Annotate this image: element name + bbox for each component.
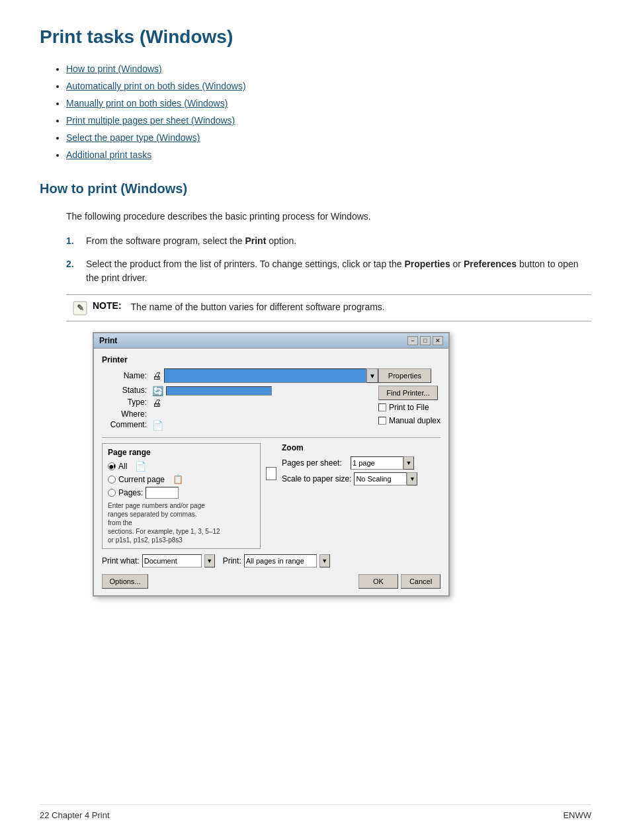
note-icon: ✎: [73, 301, 87, 315]
printer-comment-row: Comment: 📄: [102, 420, 378, 431]
toc-item-how-to-print[interactable]: How to print (Windows): [66, 63, 591, 74]
preview-page: [266, 467, 276, 480]
radio-pages[interactable]: [108, 489, 116, 497]
ok-button[interactable]: OK: [358, 574, 398, 589]
pages-per-sheet-row: Pages per sheet: 1 page ▼: [282, 456, 441, 470]
printer-name-dropdown[interactable]: ▼: [366, 368, 378, 383]
radio-current-label: Current page: [118, 475, 165, 484]
print-what-dropdown[interactable]: ▼: [204, 554, 215, 567]
note-label: NOTE:: [93, 300, 122, 311]
print-what-label: Print what:: [102, 556, 140, 566]
pages-per-sheet-dropdown[interactable]: ▼: [403, 456, 414, 470]
dialog-titlebar: Print − □ ✕: [94, 333, 448, 349]
radio-all-label: All: [118, 462, 127, 471]
toc-link-paper-type[interactable]: Select the paper type (Windows): [66, 132, 200, 143]
options-button[interactable]: Options...: [102, 574, 148, 589]
print-to-file-checkbox[interactable]: [378, 403, 386, 411]
printer-comment-label: Comment:: [102, 420, 147, 431]
toc-item-additional[interactable]: Additional print tasks: [66, 149, 591, 160]
printer-icon: 🖨: [152, 370, 161, 381]
step-1-number: 1.: [66, 234, 86, 248]
pages-input[interactable]: [146, 487, 179, 499]
printer-top-row: Name: 🖨 ▼ Status: �: [102, 368, 441, 432]
page-range-section: Page range ● All 📄 Current page: [102, 443, 261, 549]
note-box: ✎ NOTE: The name of the button varies fo…: [66, 294, 591, 321]
section-how-to-print-title: How to print (Windows): [40, 181, 591, 199]
scale-select[interactable]: No Scaling: [354, 472, 407, 485]
status-value-bar: [166, 386, 272, 396]
step-1: 1. From the software program, select the…: [66, 234, 591, 248]
radio-all[interactable]: ●: [108, 462, 116, 470]
print-what-group: Print what: Document ▼: [102, 554, 215, 567]
print-label: Print:: [223, 556, 241, 566]
toc-link-how-to-print[interactable]: How to print (Windows): [66, 63, 162, 74]
printer-where-label: Where:: [102, 409, 147, 419]
radio-pages-label: Pages:: [118, 488, 143, 497]
pages-per-sheet-select[interactable]: 1 page: [351, 456, 403, 470]
step-2-text: Select the product from the list of prin…: [86, 257, 591, 285]
section-how-to-print-body: The following procedure describes the ba…: [66, 210, 591, 597]
printer-right-buttons: Properties Find Printer... Print to File…: [378, 368, 441, 432]
manual-duplex-checkbox[interactable]: [378, 417, 386, 425]
print-what-select[interactable]: Document: [142, 554, 202, 567]
radio-pages-row: Pages:: [108, 487, 255, 499]
toc-item-paper-type[interactable]: Select the paper type (Windows): [66, 132, 591, 143]
radio-current[interactable]: [108, 476, 116, 483]
printer-status-label: Status:: [102, 386, 147, 396]
print-group: Print: All pages in range ▼: [223, 554, 330, 567]
printer-section-label: Printer: [102, 355, 441, 364]
toc-item-auto-duplex[interactable]: Automatically print on both sides (Windo…: [66, 81, 591, 91]
radio-all-row: ● All 📄: [108, 461, 255, 472]
radio-current-row: Current page 📋: [108, 474, 255, 484]
printer-name-input[interactable]: [164, 368, 366, 383]
toc-link-additional[interactable]: Additional print tasks: [66, 149, 151, 160]
page-icon: 📄: [135, 461, 146, 472]
footer-right: ENWW: [563, 810, 591, 820]
scale-row: Scale to paper size: No Scaling ▼: [282, 472, 441, 485]
printer-type-row: Type: 🖨: [102, 398, 378, 408]
scale-dropdown[interactable]: ▼: [407, 472, 417, 485]
toc-link-auto-duplex[interactable]: Automatically print on both sides (Windo…: [66, 81, 246, 91]
manual-duplex-label: Manual duplex: [389, 416, 441, 425]
toc-item-multi-page[interactable]: Print multiple pages per sheet (Windows): [66, 115, 591, 126]
page-footer: 22 Chapter 4 Print ENWW: [40, 804, 591, 820]
comment-icon: 📄: [152, 420, 163, 431]
bottom-print-row: Print what: Document ▼ Print: All pages …: [102, 554, 441, 567]
dialog-maximize-btn[interactable]: □: [420, 336, 431, 345]
scale-label: Scale to paper size:: [282, 474, 351, 483]
dialog-close-btn[interactable]: ✕: [433, 336, 443, 345]
section-intro: The following procedure describes the ba…: [66, 210, 591, 224]
print-dialog: Print − □ ✕ Printer Name:: [93, 332, 450, 597]
properties-button[interactable]: Properties: [378, 368, 431, 383]
printer-type-label: Type:: [102, 398, 147, 408]
note-text: The name of the button varies for differ…: [131, 300, 385, 314]
page-title: Print tasks (Windows): [40, 26, 591, 48]
printer-name-row: Name: 🖨 ▼: [102, 368, 378, 383]
status-icon: 🔄: [152, 386, 163, 396]
toc-link-manual-duplex[interactable]: Manually print on both sides (Windows): [66, 98, 228, 108]
toc-link-multi-page[interactable]: Print multiple pages per sheet (Windows): [66, 115, 235, 126]
print-to-file-label: Print to File: [389, 403, 429, 412]
print-dropdown[interactable]: ▼: [319, 554, 330, 567]
page-range-border: Page range ● All 📄 Current page: [102, 443, 261, 549]
zoom-section: Zoom Pages per sheet: 1 page ▼ Scale to …: [282, 443, 441, 549]
pages-per-sheet-label: Pages per sheet:: [282, 458, 348, 468]
preview-area: [266, 443, 276, 549]
cancel-button[interactable]: Cancel: [401, 574, 441, 589]
print-to-file-row: Print to File: [378, 403, 441, 412]
dialog-controls: − □ ✕: [407, 336, 443, 345]
find-printer-button[interactable]: Find Printer...: [378, 386, 438, 400]
zoom-section-label: Zoom: [282, 443, 441, 452]
dialog-title-text: Print: [99, 336, 117, 345]
svg-text:✎: ✎: [77, 303, 84, 313]
printer-where-row: Where:: [102, 409, 378, 419]
step-2-number: 2.: [66, 257, 86, 285]
manual-duplex-row: Manual duplex: [378, 416, 441, 425]
current-page-icon: 📋: [173, 474, 183, 484]
print-select[interactable]: All pages in range: [244, 554, 317, 567]
dialog-body: Printer Name: 🖨 ▼: [94, 349, 448, 595]
type-icon: 🖨: [152, 398, 161, 408]
dialog-minimize-btn[interactable]: −: [407, 336, 418, 345]
toc-item-manual-duplex[interactable]: Manually print on both sides (Windows): [66, 98, 591, 108]
radio-all-dot: ●: [108, 462, 114, 471]
